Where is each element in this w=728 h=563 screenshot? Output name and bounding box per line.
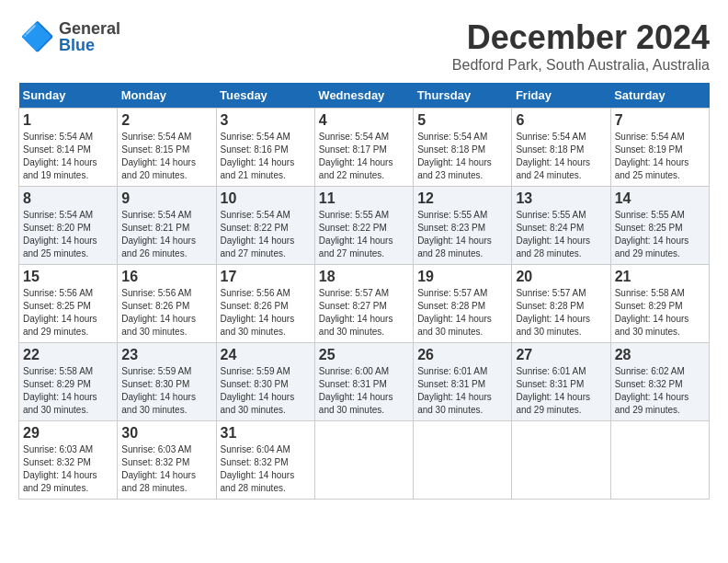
calendar-week-row: 1Sunrise: 5:54 AM Sunset: 8:14 PM Daylig… bbox=[19, 109, 710, 187]
weekday-header-friday: Friday bbox=[512, 83, 610, 109]
logo-blue: Blue bbox=[59, 37, 120, 53]
calendar-cell: 12Sunrise: 5:55 AM Sunset: 8:23 PM Dayli… bbox=[414, 187, 512, 265]
day-number: 24 bbox=[221, 347, 311, 363]
day-info: Sunrise: 5:57 AM Sunset: 8:28 PM Dayligh… bbox=[516, 287, 606, 339]
month-title: December 2024 bbox=[452, 18, 710, 57]
day-number: 12 bbox=[417, 190, 507, 207]
logo-general: General bbox=[59, 20, 120, 37]
day-info: Sunrise: 5:56 AM Sunset: 8:26 PM Dayligh… bbox=[121, 287, 211, 339]
calendar-cell: 16Sunrise: 5:56 AM Sunset: 8:26 PM Dayli… bbox=[118, 265, 216, 343]
day-info: Sunrise: 5:54 AM Sunset: 8:18 PM Dayligh… bbox=[417, 131, 507, 182]
day-number: 17 bbox=[221, 269, 311, 285]
weekday-header-monday: Monday bbox=[118, 83, 216, 109]
calendar-cell: 26Sunrise: 6:01 AM Sunset: 8:31 PM Dayli… bbox=[414, 343, 512, 421]
day-number: 27 bbox=[516, 347, 606, 363]
svg-text:🔷: 🔷 bbox=[20, 20, 55, 53]
day-info: Sunrise: 6:04 AM Sunset: 8:32 PM Dayligh… bbox=[221, 443, 311, 495]
day-info: Sunrise: 5:54 AM Sunset: 8:21 PM Dayligh… bbox=[121, 209, 211, 260]
calendar-week-row: 22Sunrise: 5:58 AM Sunset: 8:29 PM Dayli… bbox=[19, 343, 710, 421]
weekday-header-row: SundayMondayTuesdayWednesdayThursdayFrid… bbox=[19, 83, 710, 109]
calendar-cell bbox=[414, 421, 512, 500]
day-number: 3 bbox=[221, 112, 311, 129]
title-block: December 2024 Bedford Park, South Austra… bbox=[452, 18, 710, 74]
calendar-week-row: 8Sunrise: 5:54 AM Sunset: 8:20 PM Daylig… bbox=[19, 187, 710, 265]
day-info: Sunrise: 5:54 AM Sunset: 8:15 PM Dayligh… bbox=[121, 131, 211, 182]
calendar-cell: 30Sunrise: 6:03 AM Sunset: 8:32 PM Dayli… bbox=[118, 421, 216, 500]
day-info: Sunrise: 5:54 AM Sunset: 8:20 PM Dayligh… bbox=[23, 209, 113, 260]
day-number: 23 bbox=[121, 347, 211, 363]
location-title: Bedford Park, South Australia, Australia bbox=[452, 57, 710, 74]
day-number: 15 bbox=[23, 269, 113, 285]
weekday-header-sunday: Sunday bbox=[19, 83, 118, 109]
logo: 🔷 General Blue bbox=[18, 18, 120, 55]
day-number: 25 bbox=[319, 347, 409, 363]
day-info: Sunrise: 6:02 AM Sunset: 8:32 PM Dayligh… bbox=[615, 365, 705, 417]
calendar-cell: 28Sunrise: 6:02 AM Sunset: 8:32 PM Dayli… bbox=[610, 343, 709, 421]
day-info: Sunrise: 5:55 AM Sunset: 8:25 PM Dayligh… bbox=[615, 209, 705, 260]
calendar-cell: 29Sunrise: 6:03 AM Sunset: 8:32 PM Dayli… bbox=[19, 421, 118, 500]
calendar-cell: 20Sunrise: 5:57 AM Sunset: 8:28 PM Dayli… bbox=[512, 265, 610, 343]
calendar-week-row: 15Sunrise: 5:56 AM Sunset: 8:25 PM Dayli… bbox=[19, 265, 710, 343]
calendar-cell: 2Sunrise: 5:54 AM Sunset: 8:15 PM Daylig… bbox=[118, 109, 216, 187]
day-number: 10 bbox=[221, 190, 311, 207]
day-info: Sunrise: 5:58 AM Sunset: 8:29 PM Dayligh… bbox=[23, 365, 113, 417]
day-number: 11 bbox=[319, 190, 409, 207]
day-info: Sunrise: 5:58 AM Sunset: 8:29 PM Dayligh… bbox=[615, 287, 705, 339]
day-number: 31 bbox=[221, 425, 311, 442]
day-info: Sunrise: 5:54 AM Sunset: 8:14 PM Dayligh… bbox=[23, 131, 113, 182]
day-info: Sunrise: 5:54 AM Sunset: 8:19 PM Dayligh… bbox=[615, 131, 705, 182]
day-number: 22 bbox=[23, 347, 113, 363]
day-info: Sunrise: 5:54 AM Sunset: 8:22 PM Dayligh… bbox=[221, 209, 311, 260]
calendar-cell: 3Sunrise: 5:54 AM Sunset: 8:16 PM Daylig… bbox=[216, 109, 314, 187]
day-info: Sunrise: 5:59 AM Sunset: 8:30 PM Dayligh… bbox=[121, 365, 211, 417]
day-number: 30 bbox=[121, 425, 211, 442]
day-number: 2 bbox=[121, 112, 211, 129]
calendar-cell: 24Sunrise: 5:59 AM Sunset: 8:30 PM Dayli… bbox=[216, 343, 314, 421]
day-number: 13 bbox=[516, 190, 606, 207]
day-info: Sunrise: 6:03 AM Sunset: 8:32 PM Dayligh… bbox=[121, 443, 211, 495]
day-number: 4 bbox=[319, 112, 409, 129]
calendar-cell: 25Sunrise: 6:00 AM Sunset: 8:31 PM Dayli… bbox=[314, 343, 413, 421]
weekday-header-thursday: Thursday bbox=[414, 83, 512, 109]
day-info: Sunrise: 6:01 AM Sunset: 8:31 PM Dayligh… bbox=[516, 365, 606, 417]
calendar-cell: 18Sunrise: 5:57 AM Sunset: 8:27 PM Dayli… bbox=[314, 265, 413, 343]
calendar-cell: 23Sunrise: 5:59 AM Sunset: 8:30 PM Dayli… bbox=[118, 343, 216, 421]
day-info: Sunrise: 5:55 AM Sunset: 8:22 PM Dayligh… bbox=[319, 209, 409, 260]
calendar-cell: 9Sunrise: 5:54 AM Sunset: 8:21 PM Daylig… bbox=[118, 187, 216, 265]
calendar-header: SundayMondayTuesdayWednesdayThursdayFrid… bbox=[19, 83, 710, 109]
calendar-cell: 19Sunrise: 5:57 AM Sunset: 8:28 PM Dayli… bbox=[414, 265, 512, 343]
day-number: 29 bbox=[23, 425, 113, 442]
calendar-cell bbox=[314, 421, 413, 500]
day-info: Sunrise: 5:57 AM Sunset: 8:27 PM Dayligh… bbox=[319, 287, 409, 339]
calendar-cell: 14Sunrise: 5:55 AM Sunset: 8:25 PM Dayli… bbox=[610, 187, 709, 265]
calendar-cell: 1Sunrise: 5:54 AM Sunset: 8:14 PM Daylig… bbox=[19, 109, 118, 187]
day-number: 9 bbox=[121, 190, 211, 207]
calendar-cell: 8Sunrise: 5:54 AM Sunset: 8:20 PM Daylig… bbox=[19, 187, 118, 265]
weekday-header-saturday: Saturday bbox=[610, 83, 709, 109]
day-info: Sunrise: 6:03 AM Sunset: 8:32 PM Dayligh… bbox=[23, 443, 113, 495]
calendar-cell: 22Sunrise: 5:58 AM Sunset: 8:29 PM Dayli… bbox=[19, 343, 118, 421]
calendar-cell: 10Sunrise: 5:54 AM Sunset: 8:22 PM Dayli… bbox=[216, 187, 314, 265]
day-number: 21 bbox=[615, 269, 705, 285]
day-info: Sunrise: 5:56 AM Sunset: 8:26 PM Dayligh… bbox=[221, 287, 311, 339]
calendar-cell: 27Sunrise: 6:01 AM Sunset: 8:31 PM Dayli… bbox=[512, 343, 610, 421]
day-number: 18 bbox=[319, 269, 409, 285]
day-number: 7 bbox=[615, 112, 705, 129]
day-number: 5 bbox=[417, 112, 507, 129]
day-info: Sunrise: 5:54 AM Sunset: 8:16 PM Dayligh… bbox=[221, 131, 311, 182]
calendar-cell: 5Sunrise: 5:54 AM Sunset: 8:18 PM Daylig… bbox=[414, 109, 512, 187]
calendar-cell: 31Sunrise: 6:04 AM Sunset: 8:32 PM Dayli… bbox=[216, 421, 314, 500]
day-number: 28 bbox=[615, 347, 705, 363]
weekday-header-tuesday: Tuesday bbox=[216, 83, 314, 109]
calendar-cell: 11Sunrise: 5:55 AM Sunset: 8:22 PM Dayli… bbox=[314, 187, 413, 265]
day-info: Sunrise: 6:01 AM Sunset: 8:31 PM Dayligh… bbox=[417, 365, 507, 417]
calendar-cell bbox=[610, 421, 709, 500]
day-info: Sunrise: 5:56 AM Sunset: 8:25 PM Dayligh… bbox=[23, 287, 113, 339]
day-number: 8 bbox=[23, 190, 113, 207]
calendar-cell: 21Sunrise: 5:58 AM Sunset: 8:29 PM Dayli… bbox=[610, 265, 709, 343]
calendar-cell: 4Sunrise: 5:54 AM Sunset: 8:17 PM Daylig… bbox=[314, 109, 413, 187]
day-info: Sunrise: 5:54 AM Sunset: 8:17 PM Dayligh… bbox=[319, 131, 409, 182]
calendar-cell: 7Sunrise: 5:54 AM Sunset: 8:19 PM Daylig… bbox=[610, 109, 709, 187]
calendar-table: SundayMondayTuesdayWednesdayThursdayFrid… bbox=[18, 83, 710, 500]
day-info: Sunrise: 5:55 AM Sunset: 8:24 PM Dayligh… bbox=[516, 209, 606, 260]
